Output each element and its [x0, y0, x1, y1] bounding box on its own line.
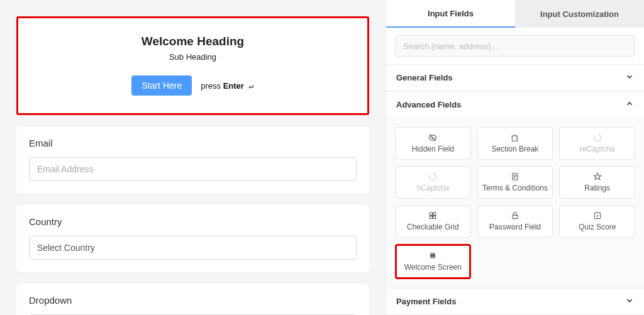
spinner-icon — [428, 172, 437, 181]
tile-checkable-grid[interactable]: Checkable Grid — [395, 205, 471, 238]
press-text: press — [201, 81, 223, 91]
chevron-down-icon — [625, 296, 634, 307]
welcome-button-row: Start Here press Enter ↵ — [31, 75, 355, 96]
tile-hidden-field[interactable]: Hidden Field — [395, 127, 471, 160]
document-icon — [511, 172, 519, 181]
tile-label: Welcome Screen — [404, 263, 462, 272]
tile-label: Quiz Score — [579, 223, 616, 231]
tile-label: reCaptcha — [580, 145, 614, 153]
section-general-label: General Fields — [396, 73, 453, 82]
svg-rect-3 — [430, 216, 433, 219]
svg-rect-8 — [430, 253, 435, 253]
star-icon — [593, 172, 602, 181]
tile-label: Password Field — [489, 223, 541, 231]
quiz-icon — [593, 211, 602, 220]
tile-terms-conditions[interactable]: Terms & Conditions — [477, 166, 553, 199]
press-enter-hint: press Enter ↵ — [201, 81, 253, 91]
chevron-down-icon — [625, 72, 634, 83]
enter-text: Enter — [223, 81, 244, 91]
eye-slash-icon — [428, 133, 437, 142]
tab-input-customization[interactable]: Input Customization — [515, 0, 644, 28]
svg-rect-5 — [513, 215, 518, 218]
dropdown-field-block[interactable]: Dropdown - Select - — [16, 284, 369, 315]
section-general-fields[interactable]: General Fields — [386, 64, 644, 91]
svg-rect-4 — [433, 216, 436, 219]
chevron-up-icon — [625, 99, 634, 110]
dropdown-label: Dropdown — [29, 295, 357, 306]
tile-label: Ratings — [584, 184, 610, 192]
country-selected-value: Select Country — [37, 243, 95, 253]
tile-recaptcha[interactable]: reCaptcha — [559, 127, 635, 160]
tile-ratings[interactable]: Ratings — [559, 166, 635, 199]
tile-quiz-score[interactable]: Quiz Score — [559, 205, 635, 238]
welcome-heading: Welcome Heading — [31, 35, 355, 48]
tile-hcaptcha[interactable]: hCaptcha — [395, 166, 471, 199]
tile-password-field[interactable]: Password Field — [477, 205, 553, 238]
puzzle-icon — [511, 133, 519, 142]
lock-icon — [511, 211, 519, 220]
section-advanced-label: Advanced Fields — [396, 100, 461, 109]
field-sidebar: Input Fields Input Customization General… — [386, 0, 644, 315]
welcome-subheading: Sub Heading — [31, 52, 355, 62]
tile-label: Terms & Conditions — [482, 184, 548, 192]
tile-section-break[interactable]: Section Break — [477, 127, 553, 160]
tile-label: hCaptcha — [417, 184, 449, 192]
grid-icon — [428, 211, 437, 220]
svg-rect-2 — [433, 213, 436, 215]
tile-label: Hidden Field — [412, 145, 454, 153]
tab-input-fields[interactable]: Input Fields — [386, 0, 515, 28]
tile-label: Section Break — [492, 145, 539, 153]
advanced-fields-grid: Hidden Field Section Break reCaptcha hCa… — [386, 118, 644, 283]
tile-label: Checkable Grid — [407, 223, 459, 231]
search-wrapper — [386, 28, 644, 64]
screen-icon — [428, 251, 437, 260]
search-input[interactable] — [395, 35, 635, 57]
svg-rect-9 — [430, 257, 435, 258]
form-canvas: Welcome Heading Sub Heading Start Here p… — [0, 0, 386, 315]
section-payment-fields[interactable]: Payment Fields — [386, 288, 644, 315]
svg-rect-7 — [430, 254, 435, 257]
start-here-button[interactable]: Start Here — [131, 75, 192, 96]
email-label: Email — [29, 138, 357, 148]
country-select[interactable]: Select Country — [29, 236, 357, 260]
email-field-block[interactable]: Email — [16, 126, 369, 194]
welcome-screen-block[interactable]: Welcome Heading Sub Heading Start Here p… — [16, 16, 369, 115]
country-field-block[interactable]: Country Select Country — [16, 205, 369, 272]
email-input[interactable] — [29, 157, 357, 181]
country-label: Country — [29, 216, 357, 227]
section-payment-label: Payment Fields — [396, 297, 456, 306]
spinner-icon — [593, 133, 602, 142]
svg-rect-1 — [430, 213, 433, 215]
enter-symbol-icon: ↵ — [244, 81, 254, 91]
section-advanced-fields[interactable]: Advanced Fields — [386, 91, 644, 118]
sidebar-tabs: Input Fields Input Customization — [386, 0, 644, 28]
tile-welcome-screen[interactable]: Welcome Screen — [395, 244, 471, 279]
